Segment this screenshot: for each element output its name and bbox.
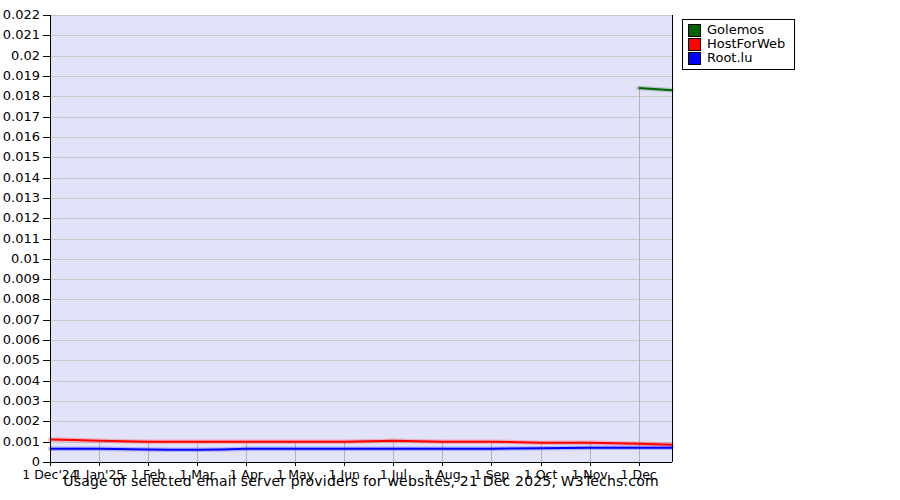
legend-label-hostforweb: HostForWeb [707,37,785,51]
y-tick-label: 0.01 [11,251,40,266]
legend-label-rootlu: Root.lu [707,51,752,65]
y-tick-label: 0.018 [3,88,40,103]
chart-title: Usage of selected email server providers… [50,473,672,489]
legend-swatch-golemos-icon [688,24,701,37]
y-tick-label: 0.019 [3,68,40,83]
y-tick-label: 0.015 [3,149,40,164]
y-tick-label: 0.017 [3,109,40,124]
usage-chart-plot: 00.0010.0020.0030.0040.0050.0060.0070.00… [0,0,900,500]
legend-item-golemos: Golemos [688,23,785,37]
y-tick-label: 0.002 [3,413,40,428]
y-tick-label: 0.02 [11,48,40,63]
y-tick-label: 0.006 [3,332,40,347]
legend-label-golemos: Golemos [707,23,764,37]
legend: Golemos HostForWeb Root.lu [682,19,795,70]
chart-canvas: 00.0010.0020.0030.0040.0050.0060.0070.00… [0,0,900,500]
legend-item-hostforweb: HostForWeb [688,37,785,51]
y-tick-label: 0.009 [3,271,40,286]
y-tick-label: 0.022 [3,7,40,22]
y-tick-label: 0.004 [3,373,40,388]
y-tick-label: 0.016 [3,129,40,144]
y-tick-label: 0.007 [3,312,40,327]
y-tick-label: 0.012 [3,210,40,225]
plot-background [50,15,672,462]
y-tick-label: 0.021 [3,27,40,42]
y-tick-label: 0.013 [3,190,40,205]
y-tick-label: 0.011 [3,231,40,246]
y-tick-label: 0.001 [3,434,40,449]
y-tick-label: 0.005 [3,352,40,367]
legend-item-rootlu: Root.lu [688,51,785,65]
y-tick-label: 0.003 [3,393,40,408]
y-tick-label: 0.014 [3,170,40,185]
y-tick-label: 0.008 [3,291,40,306]
legend-swatch-rootlu-icon [688,52,701,65]
legend-swatch-hostforweb-icon [688,38,701,51]
